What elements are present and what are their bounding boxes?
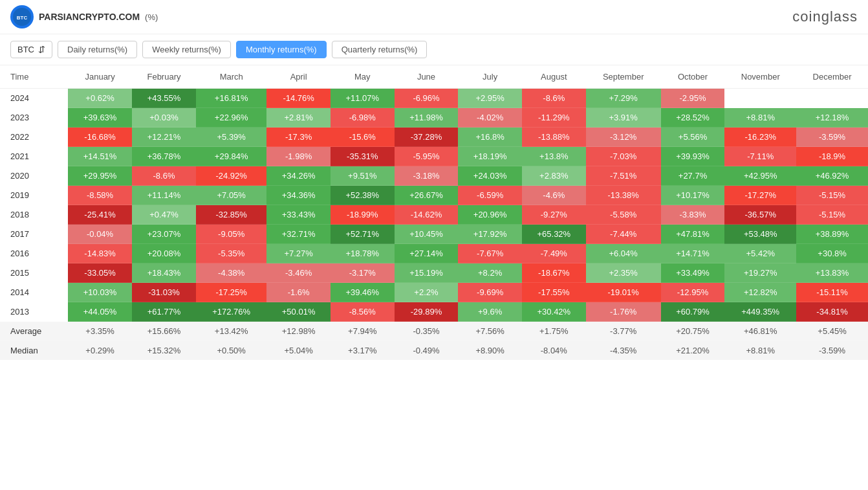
value-cell: -8.56%	[331, 302, 395, 322]
value-cell: -5.58%	[586, 205, 661, 225]
col-nov: November	[724, 65, 796, 89]
value-cell: +52.71%	[331, 225, 395, 244]
col-apr: April	[266, 65, 331, 89]
value-cell: +8.81%	[724, 108, 796, 128]
value-cell: +16.8%	[458, 128, 522, 147]
table-row: 2020+29.95%-8.6%-24.92%+34.26%+9.51%-3.1…	[0, 166, 868, 186]
value-cell: +16.81%	[196, 89, 266, 108]
table-row: 2014+10.03%-31.03%-17.25%-1.6%+39.46%+2.…	[0, 283, 868, 302]
brand-name: coinglass	[792, 8, 858, 25]
value-cell: +11.98%	[395, 108, 459, 128]
value-cell: -8.6%	[132, 166, 196, 186]
value-cell: -1.98%	[266, 147, 331, 166]
median-value: -3.59%	[796, 341, 868, 361]
table-row: 2019-8.58%+11.14%+7.05%+34.36%+52.38%+26…	[0, 186, 868, 205]
median-value: +0.29%	[68, 341, 132, 361]
value-cell: -11.29%	[522, 108, 586, 128]
col-jul: July	[458, 65, 522, 89]
average-value: +7.94%	[331, 322, 395, 341]
value-cell: -17.3%	[266, 128, 331, 147]
value-cell: -9.69%	[458, 283, 522, 302]
year-cell: 2017	[0, 225, 68, 244]
value-cell: +5.42%	[724, 244, 796, 263]
value-cell: -7.49%	[522, 244, 586, 263]
value-cell: +13.8%	[522, 147, 586, 166]
value-cell: -18.99%	[331, 205, 395, 225]
table-row: 2018-25.41%+0.47%-32.85%+33.43%-18.99%-1…	[0, 205, 868, 225]
average-value: +7.56%	[458, 322, 522, 341]
value-cell: -3.59%	[796, 128, 868, 147]
toolbar: BTC ⇵ Daily returns(%) Weekly returns(%)…	[0, 34, 868, 65]
col-dec: December	[796, 65, 868, 89]
value-cell: +0.62%	[68, 89, 132, 108]
value-cell: +10.17%	[661, 186, 725, 205]
col-may: May	[331, 65, 395, 89]
value-cell: +23.07%	[132, 225, 196, 244]
value-cell: -7.11%	[724, 147, 796, 166]
logo-icon: BTC	[10, 5, 34, 28]
value-cell: +9.51%	[331, 166, 395, 186]
value-cell: +13.83%	[796, 263, 868, 283]
table-row: 2021+14.51%+36.78%+29.84%-1.98%-35.31%-5…	[0, 147, 868, 166]
value-cell: +47.81%	[661, 225, 725, 244]
value-cell: +2.35%	[586, 263, 661, 283]
median-value: +8.81%	[724, 341, 796, 361]
median-value: +3.17%	[331, 341, 395, 361]
value-cell: -16.68%	[68, 128, 132, 147]
average-value: +46.81%	[724, 322, 796, 341]
value-cell: +20.08%	[132, 244, 196, 263]
value-cell: +44.05%	[68, 302, 132, 322]
value-cell: -32.85%	[196, 205, 266, 225]
value-cell: -19.01%	[586, 283, 661, 302]
year-cell: 2021	[0, 147, 68, 166]
value-cell: +9.6%	[458, 302, 522, 322]
value-cell: +172.76%	[196, 302, 266, 322]
data-table-container: Time January February March April May Ju…	[0, 65, 868, 360]
value-cell: -31.03%	[132, 283, 196, 302]
value-cell: -6.98%	[331, 108, 395, 128]
value-cell: -16.23%	[724, 128, 796, 147]
value-cell: -5.95%	[395, 147, 459, 166]
year-cell: 2013	[0, 302, 68, 322]
asset-selector[interactable]: BTC ⇵	[10, 41, 52, 58]
value-cell: +60.79%	[661, 302, 725, 322]
value-cell: -7.44%	[586, 225, 661, 244]
value-cell: +10.45%	[395, 225, 459, 244]
value-cell: +14.51%	[68, 147, 132, 166]
value-cell: -1.6%	[266, 283, 331, 302]
tab-weekly[interactable]: Weekly returns(%)	[142, 41, 231, 58]
value-cell	[724, 89, 796, 108]
value-cell: +34.26%	[266, 166, 331, 186]
table-row: 2016-14.83%+20.08%-5.35%+7.27%+18.78%+27…	[0, 244, 868, 263]
average-value: +5.45%	[796, 322, 868, 341]
value-cell: -35.31%	[331, 147, 395, 166]
value-cell: -29.89%	[395, 302, 459, 322]
median-value: -0.49%	[395, 341, 459, 361]
value-cell: -6.59%	[458, 186, 522, 205]
average-value: +12.98%	[266, 322, 331, 341]
value-cell: +29.95%	[68, 166, 132, 186]
average-value: +1.75%	[522, 322, 586, 341]
value-cell: +2.95%	[458, 89, 522, 108]
average-value: +3.35%	[68, 322, 132, 341]
median-row: Median+0.29%+15.32%+0.50%+5.04%+3.17%-0.…	[0, 341, 868, 361]
value-cell: -5.15%	[796, 186, 868, 205]
value-cell: +27.14%	[395, 244, 459, 263]
median-value: +8.90%	[458, 341, 522, 361]
value-cell: +30.8%	[796, 244, 868, 263]
value-cell: +5.56%	[661, 128, 725, 147]
value-cell: +52.38%	[331, 186, 395, 205]
year-cell: 2022	[0, 128, 68, 147]
value-cell: +33.43%	[266, 205, 331, 225]
value-cell: +20.96%	[458, 205, 522, 225]
site-name: PARSIANCRYPTO.COM	[39, 12, 140, 22]
value-cell: -18.67%	[522, 263, 586, 283]
tab-quarterly[interactable]: Quarterly returns(%)	[332, 41, 428, 58]
median-value: +15.32%	[132, 341, 196, 361]
tab-monthly[interactable]: Monthly returns(%)	[236, 41, 327, 58]
year-cell: 2019	[0, 186, 68, 205]
median-value: -8.04%	[522, 341, 586, 361]
table-row: 2017-0.04%+23.07%-9.05%+32.71%+52.71%+10…	[0, 225, 868, 244]
value-cell: -5.35%	[196, 244, 266, 263]
tab-daily[interactable]: Daily returns(%)	[58, 41, 137, 58]
